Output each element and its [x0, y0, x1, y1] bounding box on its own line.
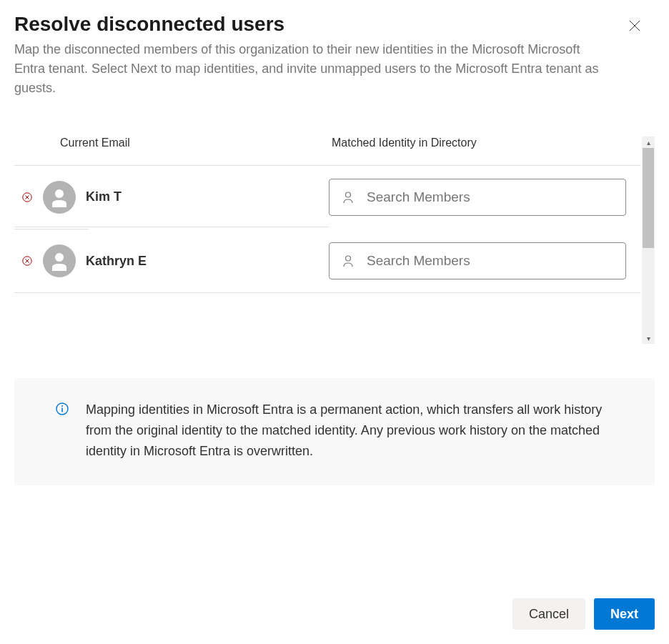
table-bottom-border	[14, 292, 640, 293]
svg-point-10	[55, 253, 64, 262]
remove-user-button[interactable]	[21, 255, 33, 267]
column-header-matched: Matched Identity in Directory	[329, 137, 640, 149]
scrollbar-thumb[interactable]	[643, 148, 654, 248]
column-header-email: Current Email	[14, 137, 329, 149]
close-icon	[629, 20, 640, 31]
search-members-field	[329, 242, 626, 279]
svg-point-5	[55, 189, 64, 198]
avatar	[43, 244, 76, 277]
info-text: Mapping identities in Microsoft Entra is…	[86, 400, 613, 461]
user-name: Kim T	[86, 189, 122, 204]
table-rows: Kim T	[14, 166, 640, 293]
avatar	[43, 181, 76, 214]
close-button[interactable]	[623, 14, 646, 37]
remove-circle-icon	[22, 256, 32, 266]
table-row: Kathryn E	[14, 229, 640, 292]
users-table-container: Current Email Matched Identity in Direct…	[14, 137, 655, 344]
scrollbar[interactable]: ▴ ▾	[642, 137, 655, 344]
remove-user-button[interactable]	[21, 192, 33, 203]
person-icon	[49, 187, 69, 207]
svg-point-13	[61, 405, 63, 407]
scrollbar-down-icon[interactable]: ▾	[642, 332, 655, 344]
scrollbar-up-icon[interactable]: ▴	[642, 137, 655, 148]
person-icon	[49, 251, 69, 271]
table-header: Current Email Matched Identity in Direct…	[14, 137, 640, 166]
info-message: Mapping identities in Microsoft Entra is…	[14, 378, 655, 485]
search-members-input[interactable]	[329, 179, 626, 216]
dialog-header: Resolve disconnected users Map the disco…	[14, 13, 655, 98]
table-row: Kim T	[14, 166, 640, 229]
dialog-footer: Cancel Next	[14, 584, 655, 630]
search-members-field	[329, 179, 626, 216]
info-icon	[56, 402, 69, 415]
next-button[interactable]: Next	[594, 598, 655, 630]
remove-circle-icon	[22, 192, 32, 202]
cancel-button[interactable]: Cancel	[512, 598, 585, 630]
user-name: Kathryn E	[86, 254, 147, 269]
dialog-subtitle: Map the disconnected members of this org…	[14, 40, 600, 98]
search-members-input[interactable]	[329, 242, 626, 279]
users-table: Current Email Matched Identity in Direct…	[14, 137, 640, 293]
svg-rect-14	[61, 408, 63, 412]
resolve-disconnected-users-dialog: Resolve disconnected users Map the disco…	[0, 0, 669, 644]
dialog-title: Resolve disconnected users	[14, 13, 655, 36]
